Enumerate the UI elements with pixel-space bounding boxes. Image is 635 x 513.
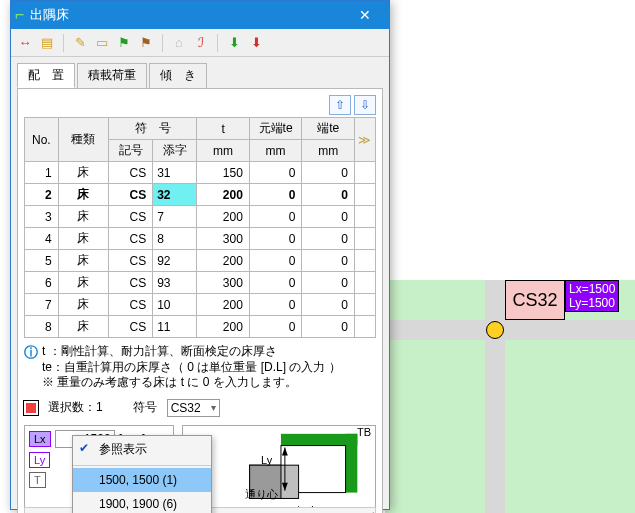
cell[interactable]: 0 — [302, 316, 355, 338]
code-combo[interactable]: CS32 ▾ — [167, 399, 220, 417]
cell[interactable]: 4 — [25, 228, 59, 250]
cell[interactable] — [354, 162, 375, 184]
titlebar[interactable]: ⌐ 出隅床 ✕ — [11, 1, 389, 29]
th-suffix[interactable]: 添字 — [153, 140, 197, 162]
cell[interactable]: CS — [109, 162, 153, 184]
cell[interactable]: 200 — [197, 250, 250, 272]
cell[interactable] — [354, 294, 375, 316]
cell[interactable]: 150 — [197, 162, 250, 184]
table-row[interactable]: 7床CS1020000 — [25, 294, 376, 316]
menu-item-preset-2[interactable]: 1900, 1900 (6) — [73, 492, 211, 513]
cell[interactable]: 0 — [249, 162, 302, 184]
cell[interactable]: CS — [109, 316, 153, 338]
cell[interactable]: 0 — [249, 250, 302, 272]
cell[interactable]: 2 — [25, 184, 59, 206]
t-tag[interactable]: T — [29, 472, 46, 488]
th-mm-2[interactable]: mm — [249, 140, 302, 162]
cell[interactable]: 0 — [302, 294, 355, 316]
th-t[interactable]: t — [197, 118, 250, 140]
table-row[interactable]: 3床CS720000 — [25, 206, 376, 228]
grid-node[interactable] — [486, 321, 504, 339]
cell[interactable]: 200 — [197, 316, 250, 338]
cell[interactable]: 床 — [58, 162, 108, 184]
cell[interactable]: 1 — [25, 162, 59, 184]
cell[interactable]: 3 — [25, 206, 59, 228]
close-button[interactable]: ✕ — [345, 7, 385, 23]
th-motote[interactable]: 元端te — [249, 118, 302, 140]
cell[interactable]: 0 — [302, 250, 355, 272]
lx-tag[interactable]: Lx — [29, 431, 51, 447]
cell[interactable]: 32 — [153, 184, 197, 206]
cell[interactable]: 0 — [302, 184, 355, 206]
th-hashite[interactable]: 端te — [302, 118, 355, 140]
pencil-icon[interactable]: ✎ — [72, 35, 88, 51]
menu-item-preset-1[interactable]: 1500, 1500 (1) — [73, 468, 211, 492]
cell[interactable]: 0 — [249, 228, 302, 250]
member-table[interactable]: No. 種類 符 号 t 元端te 端te ≫ 記号 添字 mm mm mm 1… — [24, 117, 376, 338]
th-mm-3[interactable]: mm — [302, 140, 355, 162]
cell[interactable]: 300 — [197, 272, 250, 294]
cell[interactable]: 8 — [25, 316, 59, 338]
th-kind[interactable]: 種類 — [58, 118, 108, 162]
th-code-group[interactable]: 符 号 — [109, 118, 197, 140]
ly-tag[interactable]: Ly — [29, 452, 50, 468]
flag-brown-icon[interactable]: ⚑ — [138, 35, 154, 51]
table-row[interactable]: 2床CS3220000 — [25, 184, 376, 206]
cell[interactable]: 300 — [197, 228, 250, 250]
table-row[interactable]: 8床CS1120000 — [25, 316, 376, 338]
cell[interactable]: 10 — [153, 294, 197, 316]
cell[interactable]: 0 — [249, 184, 302, 206]
drawing-canvas[interactable]: CS32 Lx=1500 Ly=1500 — [385, 280, 635, 513]
tab-tilt[interactable]: 傾 き — [149, 63, 207, 88]
cell[interactable]: 0 — [302, 162, 355, 184]
cell[interactable]: CS — [109, 228, 153, 250]
table-row[interactable]: 4床CS830000 — [25, 228, 376, 250]
cell[interactable]: 0 — [302, 272, 355, 294]
cell[interactable]: 7 — [153, 206, 197, 228]
cell[interactable]: 床 — [58, 316, 108, 338]
cell[interactable]: 0 — [302, 206, 355, 228]
cell[interactable]: CS — [109, 272, 153, 294]
cell[interactable]: 0 — [249, 206, 302, 228]
cell[interactable]: 0 — [249, 294, 302, 316]
cell[interactable]: 31 — [153, 162, 197, 184]
cell[interactable]: 床 — [58, 228, 108, 250]
th-more[interactable]: ≫ — [354, 118, 375, 162]
home-icon[interactable]: ⌂ — [171, 35, 187, 51]
cell[interactable]: CS — [109, 206, 153, 228]
scroll-down-button[interactable]: ⇩ — [354, 95, 376, 115]
cell[interactable]: CS — [109, 184, 153, 206]
cell[interactable]: 0 — [249, 316, 302, 338]
cell[interactable]: 8 — [153, 228, 197, 250]
cell[interactable] — [354, 250, 375, 272]
cell[interactable]: 7 — [25, 294, 59, 316]
cell[interactable] — [354, 228, 375, 250]
cell[interactable]: 床 — [58, 250, 108, 272]
resize-grip-icon[interactable]: ⋰ — [365, 510, 373, 514]
cell[interactable]: 11 — [153, 316, 197, 338]
cell[interactable]: 200 — [197, 294, 250, 316]
block-icon[interactable]: ▭ — [94, 35, 110, 51]
cell[interactable] — [354, 184, 375, 206]
table-row[interactable]: 6床CS9330000 — [25, 272, 376, 294]
brush-icon[interactable]: ℐ — [193, 35, 209, 51]
scroll-up-button[interactable]: ⇧ — [329, 95, 351, 115]
cell[interactable] — [354, 316, 375, 338]
cell[interactable] — [354, 272, 375, 294]
cell[interactable]: 床 — [58, 184, 108, 206]
cell[interactable]: 93 — [153, 272, 197, 294]
th-code[interactable]: 記号 — [109, 140, 153, 162]
th-mm-1[interactable]: mm — [197, 140, 250, 162]
download-red-icon[interactable]: ⬇ — [248, 35, 264, 51]
th-no[interactable]: No. — [25, 118, 59, 162]
tab-layout[interactable]: 配 置 — [17, 63, 75, 88]
cell[interactable]: 200 — [197, 184, 250, 206]
cell[interactable]: 0 — [249, 272, 302, 294]
cell[interactable]: 200 — [197, 206, 250, 228]
cell[interactable] — [354, 206, 375, 228]
table-row[interactable]: 1床CS3115000 — [25, 162, 376, 184]
cell[interactable]: 0 — [302, 228, 355, 250]
tool-list-icon[interactable]: ▤ — [39, 35, 55, 51]
cell[interactable]: 床 — [58, 206, 108, 228]
flag-green-icon[interactable]: ⚑ — [116, 35, 132, 51]
